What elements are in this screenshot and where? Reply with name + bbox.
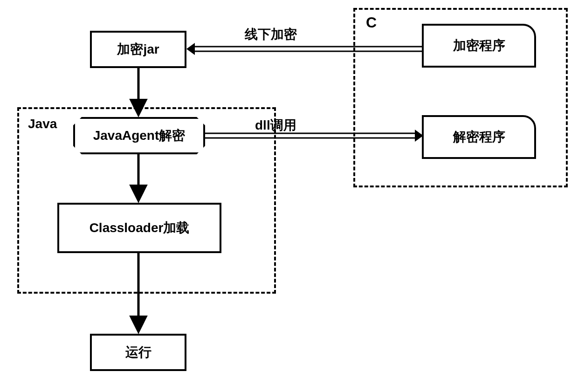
node-java-agent-decrypt: JavaAgent解密 — [73, 117, 205, 154]
node-java-agent-decrypt-label: JavaAgent解密 — [93, 127, 186, 144]
node-decrypt-program: 解密程序 — [422, 115, 536, 159]
node-classloader-load-label: Classloader加载 — [89, 219, 190, 237]
node-encrypt-jar-label: 加密jar — [117, 41, 159, 58]
node-classloader-load: Classloader加载 — [57, 203, 221, 253]
container-java-label: Java — [28, 117, 57, 131]
node-encrypt-program: 加密程序 — [422, 24, 536, 68]
svg-marker-2 — [186, 43, 195, 55]
node-decrypt-program-label: 解密程序 — [453, 128, 505, 146]
node-run: 运行 — [90, 334, 186, 371]
node-run-label: 运行 — [125, 344, 151, 361]
edge-offline-encrypt-label: 线下加密 — [245, 26, 297, 43]
container-c-label: C — [366, 14, 377, 31]
node-encrypt-jar: 加密jar — [90, 31, 186, 68]
edge-dll-call-label: dll调用 — [255, 117, 296, 134]
node-encrypt-program-label: 加密程序 — [453, 37, 505, 55]
